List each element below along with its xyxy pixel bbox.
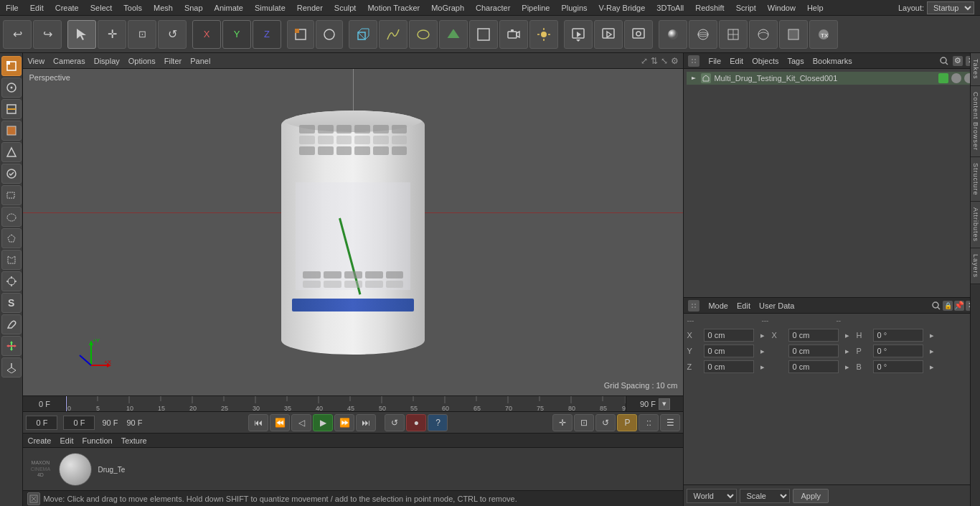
undo-button[interactable]: ↩	[3, 20, 32, 49]
menu-script[interactable]: Script	[730, 2, 762, 14]
scale-dropdown[interactable]: Scale	[740, 489, 790, 503]
vp-menu-cameras[interactable]: Cameras	[53, 57, 85, 65]
menu-create[interactable]: Create	[50, 2, 85, 14]
world-dropdown[interactable]: World	[687, 489, 737, 503]
vp-settings-icon[interactable]: ⚙	[671, 56, 679, 66]
x-pos-input[interactable]	[704, 329, 754, 342]
om-menu-bookmarks[interactable]: Bookmarks	[813, 57, 852, 65]
mat-menu-edit[interactable]: Edit	[60, 436, 73, 445]
current-frame-input[interactable]	[26, 416, 57, 430]
menu-select[interactable]: Select	[85, 2, 118, 14]
menu-sculpt[interactable]: Sculpt	[329, 2, 362, 14]
step-back-button[interactable]: ⏪	[270, 414, 290, 431]
selection-rect-button[interactable]	[1, 185, 22, 205]
menu-mograph[interactable]: MoGraph	[425, 2, 470, 14]
obj-expand-icon[interactable]	[689, 74, 698, 83]
mode-polygon-button[interactable]	[1, 121, 22, 141]
dope-icon-pb[interactable]: ::	[639, 414, 659, 431]
move-tool-button[interactable]: ✛	[98, 20, 126, 49]
record-button[interactable]: ●	[406, 414, 426, 431]
env-button[interactable]	[469, 20, 498, 49]
shading-box-button[interactable]	[719, 20, 748, 49]
move-tool-sb-button[interactable]	[1, 336, 22, 356]
point-mode-button[interactable]	[316, 20, 343, 49]
light-button[interactable]	[529, 20, 558, 49]
vp-menu-filter[interactable]: Filter	[164, 57, 182, 65]
mat-menu-function[interactable]: Function	[82, 436, 112, 445]
menu-pipeline[interactable]: Pipeline	[516, 2, 555, 14]
x-rot-input[interactable]	[788, 329, 839, 342]
shading-iso-button[interactable]	[749, 20, 778, 49]
vp-menu-panel[interactable]: Panel	[190, 57, 210, 65]
rotate-icon-pb[interactable]: ↺	[595, 414, 616, 431]
goto-end-button[interactable]: ⏭	[356, 414, 376, 431]
loop-button[interactable]: ↺	[385, 414, 405, 431]
mode-object-button[interactable]	[1, 56, 22, 76]
scale-icon-pb[interactable]: ⊡	[574, 414, 594, 431]
menu-file[interactable]: File	[0, 2, 24, 14]
selection-circle-button[interactable]	[1, 207, 22, 227]
help-button[interactable]: ?	[428, 414, 448, 431]
redo-button[interactable]: ↪	[33, 20, 62, 49]
om-settings-icon[interactable]: ⚙	[953, 56, 963, 66]
om-menu-objects[interactable]: Objects	[752, 57, 778, 65]
keyframe-icon-pb[interactable]: P	[617, 414, 637, 431]
h-input[interactable]	[873, 329, 923, 342]
ae-menu-mode[interactable]: Mode	[708, 301, 728, 310]
viewport-canvas[interactable]: Perspective	[23, 69, 683, 395]
menu-help[interactable]: Help	[801, 2, 829, 14]
workplane-button[interactable]	[1, 357, 22, 378]
timeline-ruler[interactable]: 0 5 10 15 20 25 30 35 40	[66, 396, 626, 412]
vp-menu-view[interactable]: View	[27, 57, 44, 65]
geo-cube-button[interactable]	[349, 20, 377, 49]
menu-redshift[interactable]: Redshift	[689, 2, 730, 14]
menu-animate[interactable]: Animate	[209, 2, 249, 14]
tab-layers[interactable]: Layers	[971, 248, 980, 284]
vp-menu-display[interactable]: Display	[94, 57, 120, 65]
mode-uv-button[interactable]	[1, 142, 22, 162]
deform-button[interactable]	[439, 20, 468, 49]
spline-tool-button[interactable]: S	[1, 293, 22, 313]
menu-window[interactable]: Window	[762, 2, 801, 14]
object-row[interactable]: Multi_Drug_Testing_Kit_Closed001	[687, 72, 977, 85]
om-menu-edit[interactable]: Edit	[730, 57, 743, 65]
tab-content-browser[interactable]: Content Browser	[971, 86, 980, 157]
object-mode-button[interactable]	[287, 20, 314, 49]
y-axis-button[interactable]: Y	[222, 20, 251, 49]
move-icon-pb[interactable]: ✛	[552, 414, 573, 431]
render-picture-button[interactable]	[594, 20, 623, 49]
mat-menu-texture[interactable]: Texture	[121, 436, 147, 445]
nurbs-button[interactable]	[409, 20, 438, 49]
menu-plugins[interactable]: Plugins	[555, 2, 593, 14]
mode-edge-button[interactable]	[1, 99, 22, 119]
ae-lock-icon[interactable]: 🔒	[943, 301, 953, 311]
y-rot-input[interactable]	[788, 345, 839, 357]
snapping-button[interactable]	[1, 271, 22, 291]
ae-menu-userdata[interactable]: User Data	[759, 301, 795, 310]
search-icon[interactable]	[938, 55, 950, 67]
timeline-end-expand[interactable]: ▾	[659, 398, 670, 410]
render-interactive-button[interactable]	[624, 20, 653, 49]
z-pos-input[interactable]	[704, 360, 754, 373]
tab-takes[interactable]: Takes	[971, 53, 980, 86]
menu-tools[interactable]: Tools	[118, 2, 148, 14]
z-axis-button[interactable]: Z	[253, 20, 281, 49]
menu-motion-tracker[interactable]: Motion Tracker	[362, 2, 425, 14]
selection-path-button[interactable]	[1, 250, 22, 270]
tab-structure[interactable]: Structure	[971, 157, 980, 202]
y-pos-input[interactable]	[704, 345, 754, 357]
ae-pin-icon[interactable]: 📌	[954, 301, 964, 311]
scale-tool-button[interactable]: ⊡	[128, 20, 156, 49]
goto-start-button[interactable]: ⏮	[248, 414, 268, 431]
menu-render[interactable]: Render	[291, 2, 329, 14]
mat-menu-create[interactable]: Create	[27, 436, 51, 445]
vp-expand-icon[interactable]: ⤢	[641, 56, 648, 66]
apply-button[interactable]: Apply	[793, 489, 829, 503]
spline-button[interactable]	[379, 20, 407, 49]
om-menu-tags[interactable]: Tags	[787, 57, 804, 65]
shading-texture-button[interactable]: TX	[809, 20, 838, 49]
x-axis-button[interactable]: X	[192, 20, 221, 49]
menu-edit[interactable]: Edit	[24, 2, 50, 14]
menu-3dtoall[interactable]: 3DToAll	[651, 2, 689, 14]
start-frame-input[interactable]	[63, 416, 95, 430]
